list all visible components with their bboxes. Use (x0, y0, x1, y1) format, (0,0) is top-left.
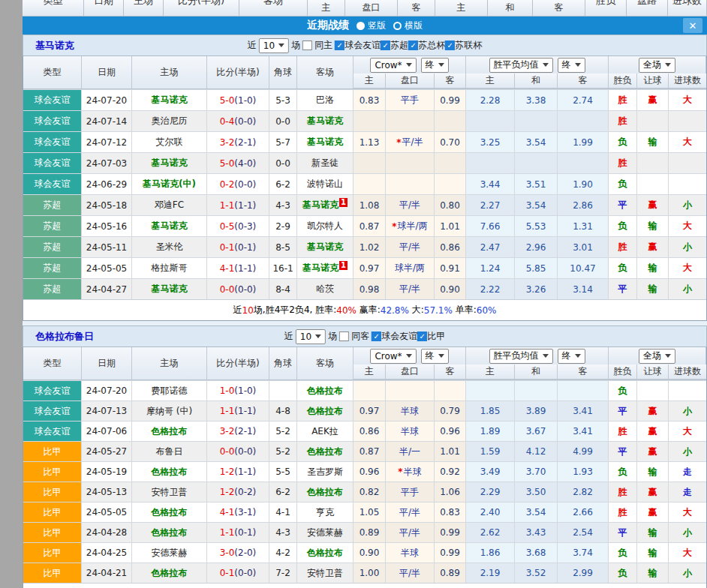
same-venue-checkbox[interactable]: ✓ (302, 40, 312, 50)
cell-euro-away-odds: 3.14 (558, 278, 609, 299)
cell-asia-home-odds (354, 110, 386, 131)
background-header-cell: 主场 (124, 0, 164, 16)
col-away: 客场 (297, 56, 354, 88)
col-euro-draw: 和 (515, 74, 558, 88)
league-label: 苏超 (390, 39, 408, 52)
cell-home-team: 摩纳哥 (中) (132, 400, 207, 421)
league-checkbox[interactable]: ✓ (335, 40, 344, 50)
cell-date: 24-04-25 (82, 542, 132, 562)
cell-type: 比甲 (23, 542, 82, 562)
background-header-cell: 和 (488, 0, 533, 16)
cell-type: 球会友谊 (23, 421, 82, 441)
cell-corner: 5-7 (269, 131, 297, 152)
background-header-cell: 日期 (84, 0, 124, 16)
col-euro-away: 客 (558, 364, 609, 380)
final-odds-select[interactable]: 终 (421, 58, 449, 73)
league-checkbox[interactable]: ✓ (445, 40, 455, 50)
league-filter-group: ✓球会友谊✓苏超✓苏总杯✓苏联杯 (335, 39, 482, 52)
cell-result: 负 (609, 380, 637, 400)
team-section-cercle-brugge: 色格拉布鲁日 近 10 场 ✓ 同客 ✓球会友谊✓比甲 类型 日期 主场 比分(… (23, 326, 707, 588)
scope-select[interactable]: 全场 (639, 58, 675, 73)
league-checkbox[interactable]: ✓ (417, 332, 427, 341)
league-item: ✓苏联杯 (445, 39, 482, 52)
cell-corner: 6-2 (269, 482, 297, 502)
table-row: 比甲24-05-19色格拉布1-2(1-1)5-5圣吉罗斯0.96*半球0.92… (23, 461, 706, 482)
cell-date: 24-06-29 (82, 173, 132, 194)
cell-euro-draw-odds: 3.67 (515, 421, 558, 441)
cell-euro-away-odds: 1.31 (558, 215, 609, 236)
cell-euro-draw-odds (515, 110, 558, 131)
cell-type: 苏超 (23, 257, 82, 278)
cell-euro-home-odds: 2.47 (466, 236, 515, 257)
europe-avg-select[interactable]: 胜平负均值 (489, 349, 553, 364)
cell-handicap-result: 输 (637, 278, 669, 299)
cell-corner: 8-4 (269, 278, 297, 299)
cell-score: 0-0(0-0) (207, 278, 269, 299)
col-goals: 进球数 (669, 364, 706, 380)
cell-goals-result: 小 (669, 278, 706, 299)
cell-date: 24-07-14 (82, 110, 132, 131)
cell-euro-away-odds (558, 152, 609, 173)
europe-avg-select[interactable]: 胜平负均值 (489, 58, 553, 73)
table-row: 球会友谊24-07-20基马诺克5-0(1-0)5-3巴洛0.83平手0.992… (23, 89, 706, 110)
league-item: ✓苏总杯 (408, 39, 445, 52)
cell-euro-away-odds: 2.86 (558, 194, 609, 215)
cell-away-team: 凯尔特人 (297, 215, 354, 236)
league-checkbox[interactable]: ✓ (372, 332, 381, 341)
cell-type: 球会友谊 (23, 110, 82, 131)
layout-radio-vertical[interactable]: 竖版 (357, 20, 386, 32)
cell-handicap-result: 赢 (637, 502, 669, 522)
cell-result: 负 (609, 131, 637, 152)
rank-badge: 1 (339, 261, 347, 270)
summary-segment: 60% (477, 305, 497, 316)
cell-asia-home-odds: 0.89 (354, 522, 386, 542)
cell-asia-away-odds: 0.91 (435, 257, 466, 278)
cell-goals-result: 走 (669, 482, 706, 502)
close-icon[interactable]: ✕ (683, 18, 702, 33)
final-odds-select[interactable]: 终 (558, 58, 585, 73)
cell-away-team: 安德莱赫 (297, 522, 354, 542)
cell-away-team: 亨克 (297, 502, 354, 522)
cell-home-team: 基马诺克 (132, 278, 207, 299)
league-type-badge: 比甲 (23, 563, 81, 583)
cell-asia-home-odds: 0.87 (354, 215, 386, 236)
final-odds-select[interactable]: 终 (421, 349, 449, 364)
cell-type: 球会友谊 (23, 380, 82, 400)
cell-euro-draw-odds: 4.12 (515, 441, 558, 461)
table-row: 苏超24-04-27基马诺克0-0(0-0)8-4哈茨0.98平/半0.902.… (23, 278, 706, 299)
cell-euro-away-odds (558, 380, 609, 400)
league-type-badge: 比甲 (23, 482, 81, 502)
cell-home-team: 奥治尼历 (132, 110, 207, 131)
cell-score: 5-0(4-0) (207, 152, 269, 173)
cell-euro-home-odds: 2.28 (466, 89, 515, 110)
chevron-down-icon (543, 63, 549, 67)
cell-type: 球会友谊 (23, 152, 82, 173)
scope-select[interactable]: 全场 (639, 349, 675, 364)
layout-radio-horizontal[interactable]: 横版 (393, 20, 423, 32)
cell-asia-handicap: 半球 (386, 542, 435, 562)
cell-type: 比甲 (23, 562, 82, 583)
league-checkbox[interactable]: ✓ (381, 40, 390, 50)
cell-asia-away-odds: 0.70 (435, 131, 466, 152)
chevron-down-icon (406, 63, 412, 67)
cell-away-team: 安特卫普 (297, 562, 354, 583)
cell-handicap-result: 赢 (637, 482, 669, 502)
near-label: 近 (284, 330, 293, 343)
table-row: 球会友谊24-07-06色格拉布3-2(2-1)5-2AEK拉0.86半球0.9… (23, 421, 706, 441)
league-checkbox[interactable]: ✓ (408, 40, 418, 50)
cell-result: 平 (609, 194, 637, 215)
cell-euro-home-odds: 3.25 (466, 131, 515, 152)
cell-date: 24-05-16 (82, 215, 132, 236)
bookmaker-select[interactable]: Crow* (370, 58, 416, 73)
match-count-select[interactable]: 10 (259, 38, 289, 53)
bookmaker-select[interactable]: Crow* (370, 349, 416, 364)
cell-asia-home-odds: 1.05 (354, 502, 386, 522)
same-venue-label: 同客 (351, 330, 369, 343)
final-odds-select[interactable]: 终 (558, 349, 585, 364)
match-count-select[interactable]: 10 (296, 329, 326, 344)
cell-asia-handicap: 半球 (386, 421, 435, 441)
cell-asia-away-odds: 0.90 (435, 278, 466, 299)
cell-type: 苏超 (23, 278, 82, 299)
cell-home-team: 格拉斯哥 (132, 257, 207, 278)
same-venue-checkbox[interactable]: ✓ (339, 332, 349, 341)
